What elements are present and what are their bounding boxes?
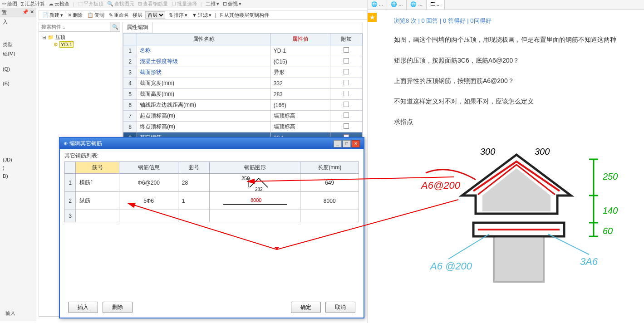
rebar-id[interactable] bbox=[76, 210, 119, 222]
lp-item[interactable]: 础(M) bbox=[0, 49, 36, 59]
property-row[interactable]: 5截面高度(mm)283 bbox=[123, 89, 363, 100]
checkbox-icon[interactable] bbox=[344, 123, 349, 129]
tb-2d[interactable]: 二维 ▾ bbox=[206, 0, 219, 7]
property-row[interactable]: 4截面宽度(mm)332 bbox=[123, 78, 363, 89]
shape-no[interactable] bbox=[178, 210, 210, 222]
property-row[interactable]: 6轴线距左边线距离(mm)(166) bbox=[123, 100, 363, 111]
shape-cell[interactable]: 250 282 bbox=[210, 174, 300, 192]
delete-button[interactable]: ✕ 删除 bbox=[67, 11, 84, 19]
prop-extra[interactable] bbox=[330, 89, 362, 100]
prop-value[interactable]: 墙顶标高 bbox=[270, 122, 330, 132]
cancel-button[interactable]: 取消 bbox=[325, 302, 355, 313]
lp-item[interactable]: (JD) bbox=[0, 156, 36, 164]
tb-topview[interactable]: ⊡ 俯视 ▾ bbox=[223, 0, 241, 7]
prop-value[interactable]: YD-1 bbox=[270, 45, 330, 56]
copy-button[interactable]: 📋 复制 bbox=[86, 11, 105, 19]
pin-icon[interactable]: 📌 ✕ bbox=[22, 9, 34, 16]
checkbox-icon[interactable] bbox=[344, 91, 349, 96]
prop-value[interactable]: 异形 bbox=[270, 67, 330, 78]
browser-tab[interactable]: 🌐 ... bbox=[387, 0, 407, 10]
table-row[interactable]: 3 bbox=[65, 210, 359, 222]
col-id[interactable]: 筋号 bbox=[76, 162, 119, 174]
prop-value[interactable]: (166) bbox=[270, 100, 330, 111]
property-row[interactable]: 1名称YD-1 bbox=[123, 45, 363, 56]
filter-button[interactable]: ▼ 过滤 ▾ bbox=[191, 11, 212, 19]
rebar-id[interactable]: 纵筋 bbox=[76, 192, 119, 210]
prop-extra[interactable] bbox=[330, 111, 362, 122]
row-num: 5 bbox=[123, 89, 137, 100]
tb-cloud[interactable]: ☁ 云检查 bbox=[49, 0, 69, 7]
table-row[interactable]: 2 纵筋 5Φ6 1 8000 8000 bbox=[65, 192, 359, 210]
rebar-len[interactable]: 649 bbox=[300, 174, 359, 192]
shape-no[interactable]: 1 bbox=[178, 192, 210, 210]
copy-from-button[interactable]: ⎘ 从其他楼层复制构件 bbox=[219, 11, 270, 19]
prop-extra[interactable] bbox=[330, 67, 362, 78]
sort-button[interactable]: ⇅ 排序 ▾ bbox=[168, 11, 188, 19]
delete-button[interactable]: 删除 bbox=[103, 302, 133, 313]
prop-extra[interactable] bbox=[330, 122, 362, 132]
layer-label: 楼层 bbox=[133, 12, 143, 19]
rebar-info[interactable] bbox=[119, 210, 178, 222]
lp-item[interactable]: ) bbox=[0, 164, 36, 172]
rebar-list-label: 其它钢筋列表: bbox=[64, 152, 359, 160]
new-button[interactable]: 📄 新建 ▾ bbox=[41, 11, 64, 19]
checkbox-icon[interactable] bbox=[344, 102, 349, 107]
property-row[interactable]: 3截面形状异形 bbox=[123, 67, 363, 78]
lp-item[interactable]: 入 bbox=[0, 17, 36, 27]
prop-extra[interactable] bbox=[330, 78, 362, 89]
rebar-info[interactable]: Φ6@200 bbox=[119, 174, 178, 192]
checkbox-icon[interactable] bbox=[344, 113, 349, 118]
tb-sum[interactable]: Σ 汇总计算 bbox=[21, 0, 45, 7]
browser-tab[interactable]: 🌐 ... bbox=[407, 0, 426, 10]
prop-value[interactable]: 332 bbox=[270, 78, 330, 89]
prop-value[interactable]: (C15) bbox=[270, 56, 330, 67]
rebar-id[interactable]: 横筋1 bbox=[76, 174, 119, 192]
rebar-len[interactable]: 8000 bbox=[300, 192, 359, 210]
col-shapeno[interactable]: 图号 bbox=[178, 162, 210, 174]
prop-value[interactable]: 墙顶标高 bbox=[270, 111, 330, 122]
search-button[interactable]: 🔍 bbox=[110, 22, 120, 31]
ok-button[interactable]: 确定 bbox=[291, 302, 321, 313]
tb-find: 🔍 查找图元 bbox=[107, 0, 134, 7]
prop-extra[interactable] bbox=[330, 100, 362, 111]
dialog-titlebar[interactable]: ⊕ 编辑其它钢筋 _ □ ✕ bbox=[60, 138, 364, 149]
prop-extra[interactable] bbox=[330, 45, 362, 56]
browser-tab[interactable]: 🌐 ... bbox=[368, 0, 387, 10]
rebar-info[interactable]: 5Φ6 bbox=[119, 192, 178, 210]
rename-button[interactable]: ✎ 重命名 bbox=[108, 11, 130, 19]
minimize-button[interactable]: _ bbox=[334, 140, 342, 147]
shape-cell[interactable] bbox=[210, 210, 300, 222]
checkbox-icon[interactable] bbox=[344, 47, 349, 53]
maximize-button[interactable]: □ bbox=[343, 140, 351, 147]
close-button[interactable]: ✕ bbox=[352, 140, 360, 147]
favorite-icon[interactable]: ★ bbox=[368, 13, 377, 22]
shape-cell[interactable]: 8000 bbox=[210, 192, 300, 210]
col-shape[interactable]: 钢筋图形 bbox=[210, 162, 300, 174]
col-len[interactable]: 长度(mm) bbox=[300, 162, 359, 174]
prop-extra[interactable] bbox=[330, 56, 362, 67]
search-input[interactable] bbox=[39, 22, 110, 31]
lp-item[interactable]: D) bbox=[0, 172, 36, 180]
layer-select[interactable]: 首层 bbox=[145, 11, 165, 19]
rebar-len[interactable] bbox=[300, 210, 359, 222]
insert-button[interactable]: 插入 bbox=[68, 302, 98, 313]
lp-item[interactable]: (Q) bbox=[0, 65, 36, 73]
table-row[interactable]: 1 横筋1 Φ6@200 28 250 282 649 bbox=[65, 174, 359, 192]
shape-no[interactable]: 28 bbox=[178, 174, 210, 192]
checkbox-icon[interactable] bbox=[344, 58, 349, 64]
checkbox-icon[interactable] bbox=[344, 69, 349, 74]
property-row[interactable]: 8终点顶标高(m)墙顶标高 bbox=[123, 122, 363, 132]
property-row[interactable]: 2混凝土强度等级(C15) bbox=[123, 56, 363, 67]
lp-item[interactable]: (B) bbox=[0, 79, 36, 88]
lp-cat[interactable]: 类型 bbox=[0, 40, 36, 49]
prop-value[interactable]: 283 bbox=[270, 89, 330, 100]
tb-draw[interactable]: ✏ 绘图 bbox=[2, 0, 17, 7]
checkbox-icon[interactable] bbox=[344, 80, 349, 85]
property-row[interactable]: 7起点顶标高(m)墙顶标高 bbox=[123, 111, 363, 122]
tree-root[interactable]: ⊟ 📁 压顶 bbox=[41, 34, 118, 41]
browser-tab-active[interactable]: 🗔 ... bbox=[427, 0, 445, 10]
tree-child[interactable]: ⚙ YD-1 bbox=[41, 41, 118, 48]
collapse-icon[interactable]: ⊟ bbox=[42, 34, 46, 40]
property-tab[interactable]: 属性编辑 bbox=[123, 22, 152, 33]
col-info[interactable]: 钢筋信息 bbox=[119, 162, 178, 174]
